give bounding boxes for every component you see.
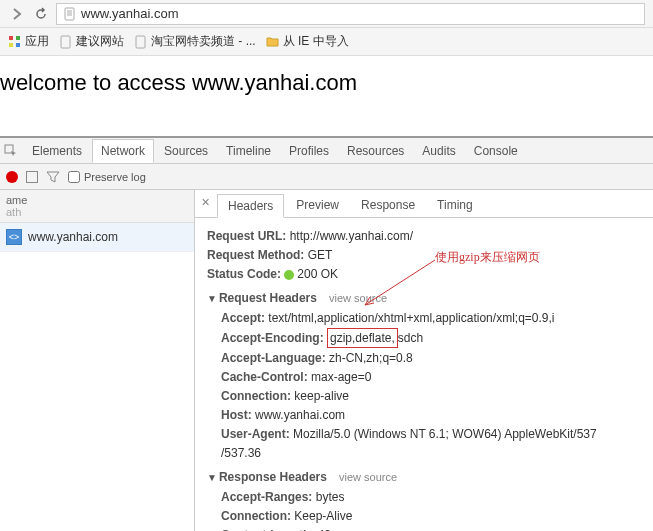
tab-profiles[interactable]: Profiles bbox=[281, 140, 337, 162]
detail-panel: ✕ Headers Preview Response Timing Reques… bbox=[195, 190, 653, 531]
svg-rect-6 bbox=[136, 36, 145, 48]
svg-rect-1 bbox=[9, 36, 13, 40]
reload-button[interactable] bbox=[32, 5, 50, 23]
detail-tabs: Headers Preview Response Timing bbox=[195, 190, 653, 218]
reload-icon bbox=[34, 7, 48, 21]
gzip-highlight: gzip,deflate, bbox=[327, 328, 398, 348]
tab-preview[interactable]: Preview bbox=[286, 194, 349, 217]
clear-button[interactable] bbox=[26, 171, 38, 183]
tab-headers[interactable]: Headers bbox=[217, 194, 284, 218]
close-detail-button[interactable]: ✕ bbox=[198, 196, 212, 210]
preserve-checkbox[interactable] bbox=[68, 171, 80, 183]
page-icon bbox=[63, 7, 77, 21]
request-favicon: <> bbox=[6, 229, 22, 245]
tab-response[interactable]: Response bbox=[351, 194, 425, 217]
bookmark-label: 淘宝网特卖频道 - ... bbox=[151, 33, 256, 50]
tab-resources[interactable]: Resources bbox=[339, 140, 412, 162]
request-row[interactable]: <> www.yanhai.com bbox=[0, 223, 194, 252]
bookmarks-bar: 应用 建议网站 淘宝网特卖频道 - ... 从 IE 中导入 bbox=[0, 28, 653, 56]
bookmark-suggest[interactable]: 建议网站 bbox=[59, 33, 124, 50]
request-name: www.yanhai.com bbox=[28, 230, 118, 244]
view-source-link[interactable]: view source bbox=[339, 469, 397, 486]
collapse-icon: ▼ bbox=[207, 470, 217, 485]
bookmark-label: 建议网站 bbox=[76, 33, 124, 50]
bookmark-taobao[interactable]: 淘宝网特卖频道 - ... bbox=[134, 33, 256, 50]
general-url: Request URL: http://www.yanhai.com/ bbox=[207, 227, 641, 245]
forward-button[interactable] bbox=[8, 5, 26, 23]
url-text: www.yanhai.com bbox=[81, 6, 638, 21]
svg-rect-3 bbox=[9, 43, 13, 47]
general-method: Request Method: GET bbox=[207, 246, 641, 264]
network-body: ame ath <> www.yanhai.com ✕ Headers Prev… bbox=[0, 190, 653, 531]
preserve-label: Preserve log bbox=[84, 171, 146, 183]
devtools-tabs: Elements Network Sources Timeline Profil… bbox=[0, 138, 653, 164]
url-bar[interactable]: www.yanhai.com bbox=[56, 3, 645, 25]
apps-label: 应用 bbox=[25, 33, 49, 50]
record-button[interactable] bbox=[6, 171, 18, 183]
folder-icon bbox=[266, 35, 280, 49]
tab-console[interactable]: Console bbox=[466, 140, 526, 162]
accept-encoding-row: Accept-Encoding: gzip,deflate,sdch bbox=[221, 328, 641, 348]
browser-navbar: www.yanhai.com bbox=[0, 0, 653, 28]
request-headers-section[interactable]: ▼ Request Headers view source bbox=[207, 289, 641, 307]
list-header[interactable]: ame ath bbox=[0, 190, 194, 223]
bookmark-label: 从 IE 中导入 bbox=[283, 33, 349, 50]
svg-rect-0 bbox=[65, 8, 74, 20]
request-headers-body: Accept: text/html,application/xhtml+xml,… bbox=[207, 309, 641, 462]
svg-rect-4 bbox=[16, 43, 20, 47]
tab-timing[interactable]: Timing bbox=[427, 194, 483, 217]
response-headers-section[interactable]: ▼ Response Headers view source bbox=[207, 468, 641, 486]
response-headers-body: Accept-Ranges: bytes Connection: Keep-Al… bbox=[207, 488, 641, 531]
apps-button[interactable]: 应用 bbox=[8, 33, 49, 50]
svg-rect-2 bbox=[16, 36, 20, 40]
page-body: welcome to access www.yanhai.com bbox=[0, 56, 653, 136]
col-path: ath bbox=[6, 206, 188, 218]
forward-icon bbox=[10, 7, 24, 21]
bookmark-ie-import[interactable]: 从 IE 中导入 bbox=[266, 33, 349, 50]
status-dot-icon bbox=[284, 270, 294, 280]
col-name: ame bbox=[6, 194, 188, 206]
filter-icon[interactable] bbox=[46, 170, 60, 184]
request-list: ame ath <> www.yanhai.com bbox=[0, 190, 195, 531]
network-toolbar: Preserve log bbox=[0, 164, 653, 190]
page-icon bbox=[134, 35, 148, 49]
annotation-text: 使用gzip来压缩网页 bbox=[435, 248, 540, 266]
inspect-icon[interactable] bbox=[4, 144, 18, 158]
tab-network[interactable]: Network bbox=[92, 139, 154, 163]
devtools-panel: Elements Network Sources Timeline Profil… bbox=[0, 136, 653, 531]
general-status: Status Code: 200 OK bbox=[207, 265, 641, 283]
tab-timeline[interactable]: Timeline bbox=[218, 140, 279, 162]
tab-elements[interactable]: Elements bbox=[24, 140, 90, 162]
svg-rect-5 bbox=[61, 36, 70, 48]
tab-audits[interactable]: Audits bbox=[414, 140, 463, 162]
view-source-link[interactable]: view source bbox=[329, 290, 387, 307]
tab-sources[interactable]: Sources bbox=[156, 140, 216, 162]
collapse-icon: ▼ bbox=[207, 291, 217, 306]
apps-icon bbox=[8, 35, 22, 49]
welcome-text: welcome to access www.yanhai.com bbox=[0, 70, 357, 95]
preserve-log[interactable]: Preserve log bbox=[68, 171, 146, 183]
headers-content: Request URL: http://www.yanhai.com/ Requ… bbox=[195, 218, 653, 531]
page-icon bbox=[59, 35, 73, 49]
